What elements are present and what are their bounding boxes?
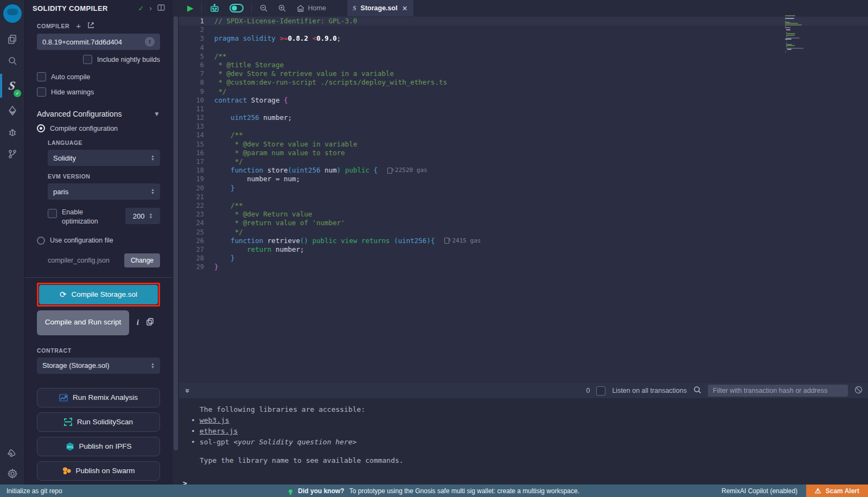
code-line[interactable]: 28 }	[179, 254, 868, 263]
copilot-toggle-icon[interactable]	[225, 4, 248, 12]
swarm-icon	[62, 467, 71, 475]
hide-warnings-checkbox[interactable]	[37, 87, 46, 97]
run-script-play-icon[interactable]: ▶	[182, 3, 199, 13]
code-editor[interactable]: 1// SPDX-License-Identifier: GPL-3.023pr…	[179, 17, 868, 383]
active-tab-indicator	[0, 74, 2, 98]
pin-panel-icon[interactable]	[157, 4, 165, 12]
code-line[interactable]: 27 return number;	[179, 245, 868, 254]
copy-icon[interactable]	[146, 318, 154, 328]
fuel-pump-icon	[387, 168, 392, 174]
line-number: 23	[179, 210, 214, 219]
settings-icon[interactable]	[0, 463, 24, 485]
expand-terminal-icon[interactable]: «	[182, 388, 191, 393]
auto-compile-checkbox[interactable]	[37, 72, 46, 81]
code-line[interactable]: 24 * @return value of 'number'	[179, 219, 868, 227]
evm-version-select[interactable]: paris ▲▼	[48, 183, 160, 200]
home-icon[interactable]: Home	[291, 4, 331, 12]
search-icon[interactable]	[0, 50, 24, 72]
zoom-out-icon[interactable]	[254, 4, 273, 12]
code-line[interactable]: 23 * @dev Return value	[179, 210, 868, 219]
minimap[interactable]	[785, 15, 832, 54]
file-explorer-icon[interactable]	[0, 28, 24, 50]
optimization-runs-input[interactable]: 200 ▲▼	[125, 208, 160, 224]
contract-select[interactable]: Storage (Storage.sol) ▲▼	[37, 358, 160, 374]
compiler-version-select[interactable]: 0.8.19+commit.7dd6d404 ▲▼	[37, 34, 160, 50]
panel-scrollbar[interactable]	[173, 0, 179, 485]
compile-button[interactable]: ⟳ Compile Storage.sol	[39, 285, 158, 304]
code-line[interactable]: 16 * @param num value to store	[179, 149, 868, 157]
code-line[interactable]: 12 uint256 number;	[179, 113, 868, 122]
terminal-link[interactable]: web3.js	[200, 416, 229, 424]
line-number: 13	[179, 122, 214, 131]
code-line[interactable]: 26 function retrieve() public view retur…	[179, 237, 868, 245]
open-external-compiler-icon[interactable]	[87, 22, 94, 30]
code-line[interactable]: 1// SPDX-License-Identifier: GPL-3.0	[179, 17, 868, 26]
tab-storage-sol[interactable]: S Storage.sol ✕	[347, 0, 413, 16]
code-line[interactable]: 10contract Storage {	[179, 96, 868, 105]
code-line[interactable]: 7 * @dev Store & retrieve value in a var…	[179, 69, 868, 78]
solidity-compiler-icon[interactable]: S ✓	[0, 72, 24, 100]
chevron-right-icon[interactable]: ›	[149, 4, 152, 12]
config-file-name: compiler_config.json	[48, 257, 124, 264]
deploy-run-icon[interactable]	[0, 100, 24, 122]
line-number: 20	[179, 184, 214, 193]
use-config-file-radio-row[interactable]: Use configuration file	[37, 237, 160, 245]
code-line[interactable]: 29}	[179, 263, 868, 271]
debugger-icon[interactable]	[0, 122, 24, 143]
scam-alert-button[interactable]: ⚠ Scam Alert	[806, 485, 868, 497]
code-line[interactable]: 3pragma solidity >=0.8.2 <0.9.0;	[179, 34, 868, 43]
code-line[interactable]: 18 function store(uint256 num) public {2…	[179, 166, 868, 175]
compiler-configuration-radio[interactable]	[37, 124, 45, 132]
close-tab-icon[interactable]: ✕	[402, 4, 408, 12]
code-line[interactable]: 14 /**	[179, 131, 868, 139]
code-line[interactable]: 11	[179, 105, 868, 113]
git-icon[interactable]	[0, 143, 24, 165]
terminal[interactable]: The following libraries are accessible:•…	[179, 398, 868, 485]
include-nightly-checkbox-row[interactable]: Include nightly builds	[37, 55, 160, 64]
auto-compile-checkbox-row[interactable]: Auto compile	[37, 72, 160, 81]
compiler-section-label: COMPILER	[37, 23, 69, 29]
run-solidityscan-button[interactable]: Run SolidityScan	[37, 412, 160, 432]
git-init-status[interactable]: Initialize as git repo	[7, 487, 62, 495]
run-remix-analysis-button[interactable]: Run Remix Analysis	[37, 388, 160, 407]
code-line[interactable]: 8 * @custom:dev-run-script ./scripts/dep…	[179, 78, 868, 87]
code-line[interactable]: 21	[179, 193, 868, 201]
zoom-in-icon[interactable]	[273, 4, 291, 12]
code-line[interactable]: 20 }	[179, 184, 868, 193]
enable-optimization-checkbox[interactable]	[48, 209, 57, 218]
use-config-file-radio[interactable]	[37, 237, 45, 245]
compiler-configuration-radio-row[interactable]: Compiler configuration	[37, 124, 160, 132]
line-number: 8	[179, 78, 214, 87]
info-icon[interactable]: i	[137, 318, 139, 327]
include-nightly-checkbox[interactable]	[83, 55, 92, 64]
home-label[interactable]: Home	[308, 4, 326, 12]
code-line[interactable]: 9 */	[179, 87, 868, 96]
hide-warnings-checkbox-row[interactable]: Hide warnings	[37, 87, 160, 97]
code-line[interactable]: 6 * @title Storage	[179, 61, 868, 69]
code-line[interactable]: 17 */	[179, 157, 868, 166]
change-config-button[interactable]: Change	[124, 253, 160, 267]
publish-on-ipfs-button[interactable]: IPFSPublish on IPFS	[37, 437, 160, 456]
transaction-filter-input[interactable]	[708, 385, 848, 397]
listen-transactions-checkbox[interactable]	[596, 386, 605, 396]
compile-and-run-button[interactable]: Compile and Run script	[37, 310, 129, 335]
publish-on-swarm-button[interactable]: Publish on Swarm	[37, 461, 160, 481]
language-select[interactable]: Solidity ▲▼	[48, 150, 160, 166]
code-line[interactable]: 15 * @dev Store value in variable	[179, 140, 868, 149]
code-line[interactable]: 25 */	[179, 228, 868, 237]
code-line[interactable]: 4	[179, 43, 868, 52]
advanced-configurations-toggle[interactable]: Advanced Configurations ▼	[37, 110, 160, 118]
add-compiler-icon[interactable]: +	[76, 22, 81, 30]
terminal-link[interactable]: ethers.js	[200, 427, 238, 435]
terminal-search-icon[interactable]	[693, 386, 701, 396]
remix-logo[interactable]	[3, 4, 22, 23]
code-line[interactable]: 13	[179, 122, 868, 131]
plugin-manager-icon[interactable]	[0, 441, 24, 463]
ai-copilot-robot-icon[interactable]	[205, 4, 225, 13]
code-line[interactable]: 2	[179, 26, 868, 34]
code-line[interactable]: 5/**	[179, 52, 868, 61]
code-line[interactable]: 19 number = num;	[179, 175, 868, 183]
code-line[interactable]: 22 /**	[179, 201, 868, 210]
clear-console-icon[interactable]	[854, 386, 863, 396]
scan-icon	[64, 418, 72, 426]
